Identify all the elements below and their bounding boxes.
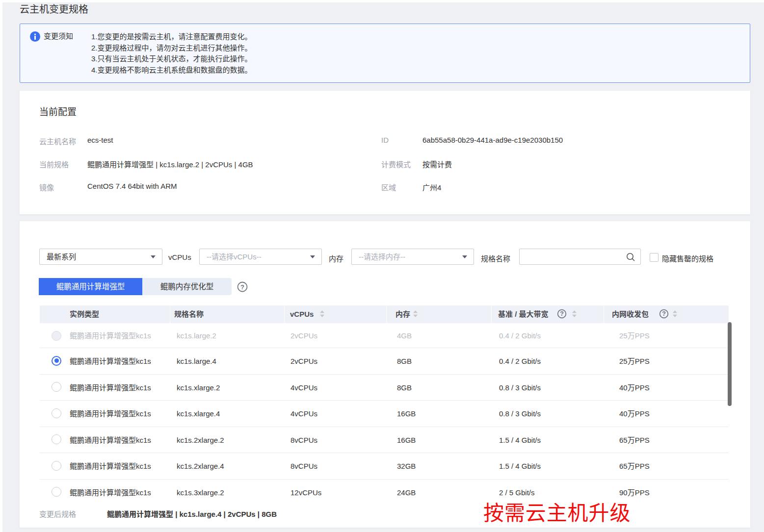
svg-text:?: ? (560, 310, 564, 317)
svg-text:?: ? (662, 310, 666, 317)
svg-text:?: ? (240, 283, 244, 291)
